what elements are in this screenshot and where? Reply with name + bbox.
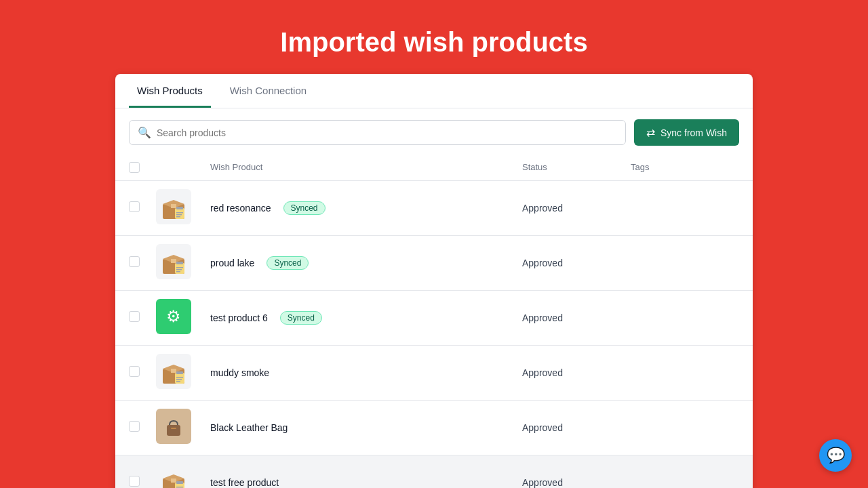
svg-rect-12 xyxy=(171,259,176,263)
box-image xyxy=(156,244,191,279)
svg-rect-14 xyxy=(176,262,183,264)
svg-rect-24 xyxy=(175,373,184,384)
select-all-checkbox[interactable] xyxy=(129,162,140,173)
svg-rect-17 xyxy=(176,271,180,272)
table-header: Wish Product Status Tags xyxy=(115,157,753,181)
main-card: Wish Products Wish Connection 🔍 ⇄ Sync f… xyxy=(115,74,753,488)
page-title: Imported wish products xyxy=(280,27,587,58)
row-checkbox[interactable] xyxy=(129,256,140,267)
box-image xyxy=(156,189,191,224)
header-status-col: Status xyxy=(522,162,631,175)
row-checkbox[interactable] xyxy=(129,421,140,432)
status-cell: Approved xyxy=(522,258,631,268)
table-row[interactable]: Black Leather BagApproved xyxy=(115,401,753,455)
table-row[interactable]: proud lakeSyncedApproved xyxy=(115,236,753,291)
svg-rect-16 xyxy=(176,269,182,270)
svg-rect-37 xyxy=(176,481,183,484)
product-name: proud lake xyxy=(210,258,254,268)
product-name: red resonance xyxy=(210,203,271,214)
svg-text:⚙: ⚙ xyxy=(166,307,181,325)
row-checkbox[interactable] xyxy=(129,311,140,322)
synced-badge: Synced xyxy=(267,256,309,270)
table-body: red resonanceSyncedApproved proud lakeSy… xyxy=(115,181,753,488)
sync-button[interactable]: ⇄ Sync from Wish xyxy=(634,119,739,146)
svg-rect-8 xyxy=(176,216,180,218)
svg-rect-38 xyxy=(176,487,183,488)
product-name: test product 6 xyxy=(210,312,268,323)
table-row[interactable]: test free productApproved xyxy=(115,455,753,488)
table-row[interactable]: ⚙ test product 6SyncedApproved xyxy=(115,291,753,346)
gear-image: ⚙ xyxy=(156,299,191,334)
sync-button-label: Sync from Wish xyxy=(660,127,727,138)
svg-rect-4 xyxy=(175,208,184,219)
sync-icon: ⇄ xyxy=(646,126,655,139)
synced-badge: Synced xyxy=(280,311,322,325)
table-row[interactable]: red resonanceSyncedApproved xyxy=(115,181,753,236)
bag-image xyxy=(156,409,191,444)
box-image xyxy=(156,464,191,488)
header-product-col: Wish Product xyxy=(210,162,522,175)
svg-rect-31 xyxy=(171,428,176,429)
svg-rect-15 xyxy=(176,267,183,268)
chat-button[interactable]: 💬 xyxy=(819,439,852,472)
box-image xyxy=(156,354,191,389)
header-tags-col: Tags xyxy=(631,162,739,175)
svg-rect-30 xyxy=(167,425,180,436)
status-cell: Approved xyxy=(522,422,631,433)
product-name: Black Leather Bag xyxy=(210,422,288,433)
row-checkbox[interactable] xyxy=(129,366,140,377)
svg-rect-23 xyxy=(171,369,176,373)
svg-rect-5 xyxy=(176,207,183,209)
product-name: test free product xyxy=(210,477,279,488)
status-cell: Approved xyxy=(522,367,631,378)
status-cell: Approved xyxy=(522,312,631,323)
svg-rect-13 xyxy=(175,263,184,274)
svg-rect-35 xyxy=(171,479,176,483)
search-icon: 🔍 xyxy=(138,126,151,139)
header-image-col xyxy=(156,162,210,175)
tab-wish-connection[interactable]: Wish Connection xyxy=(222,74,315,108)
svg-rect-26 xyxy=(176,377,183,378)
status-cell: Approved xyxy=(522,203,631,214)
svg-rect-27 xyxy=(176,379,182,380)
svg-rect-7 xyxy=(176,214,182,216)
tab-bar: Wish Products Wish Connection xyxy=(115,74,753,108)
search-input[interactable] xyxy=(157,127,617,138)
table-row[interactable]: muddy smokeApproved xyxy=(115,346,753,401)
header-checkbox-col xyxy=(129,162,156,175)
row-checkbox[interactable] xyxy=(129,201,140,212)
tab-wish-products[interactable]: Wish Products xyxy=(129,74,211,108)
svg-rect-6 xyxy=(176,212,183,214)
search-box: 🔍 xyxy=(129,120,626,145)
svg-rect-25 xyxy=(176,371,183,374)
toolbar: 🔍 ⇄ Sync from Wish xyxy=(115,108,753,157)
product-name: muddy smoke xyxy=(210,367,269,378)
svg-rect-28 xyxy=(176,381,180,382)
status-cell: Approved xyxy=(522,477,631,488)
svg-rect-3 xyxy=(171,204,176,208)
synced-badge: Synced xyxy=(283,201,326,215)
row-checkbox[interactable] xyxy=(129,476,140,487)
